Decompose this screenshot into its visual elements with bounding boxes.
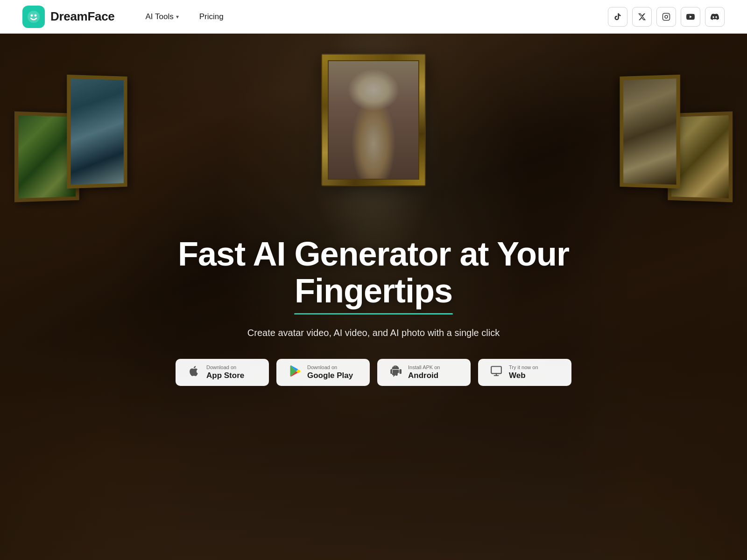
google-play-name: Google Play xyxy=(307,371,353,380)
google-play-text: Download on Google Play xyxy=(307,364,353,380)
hero-subtitle: Create avatar video, AI video, and AI ph… xyxy=(247,328,500,338)
x-icon xyxy=(638,13,646,21)
svg-rect-6 xyxy=(491,366,501,373)
monitor-icon xyxy=(489,365,503,380)
instagram-button[interactable] xyxy=(656,7,676,27)
apple-icon xyxy=(187,365,201,380)
tiktok-button[interactable] xyxy=(608,7,627,27)
svg-point-5 xyxy=(668,14,669,15)
svg-point-2 xyxy=(35,14,37,16)
nav-item-pricing[interactable]: Pricing xyxy=(191,8,232,25)
app-store-label: Download on xyxy=(206,364,236,371)
android-label: Install APK on xyxy=(408,364,440,371)
google-play-icon xyxy=(288,365,302,380)
svg-rect-3 xyxy=(663,13,670,20)
discord-icon xyxy=(711,13,719,21)
web-name: Web xyxy=(509,371,526,380)
logo-svg xyxy=(26,9,41,24)
android-name: Android xyxy=(408,371,438,380)
hero-section: Fast AI Generator at Your Fingertips Cre… xyxy=(0,34,747,560)
discord-button[interactable] xyxy=(705,7,725,27)
logo-icon xyxy=(22,6,45,28)
navbar: DreamFace AI Tools ▾ Pricing xyxy=(0,0,747,34)
android-button[interactable]: Install APK on Android xyxy=(377,359,471,386)
app-store-text: Download on App Store xyxy=(206,364,244,380)
twitter-x-button[interactable] xyxy=(632,7,652,27)
nav-item-ai-tools[interactable]: AI Tools ▾ xyxy=(137,8,187,25)
logo-text: DreamFace xyxy=(50,9,115,24)
google-play-label: Download on xyxy=(307,364,337,371)
android-text: Install APK on Android xyxy=(408,364,440,380)
svg-point-1 xyxy=(31,14,33,16)
hero-content: Fast AI Generator at Your Fingertips Cre… xyxy=(163,236,584,386)
youtube-button[interactable] xyxy=(681,7,700,27)
nav-item-ai-tools-label: AI Tools xyxy=(146,12,174,21)
web-button[interactable]: Try it now on Web xyxy=(478,359,571,386)
android-icon xyxy=(388,365,402,380)
web-text: Try it now on Web xyxy=(509,364,538,380)
youtube-icon xyxy=(686,13,695,21)
hero-title: Fast AI Generator at Your Fingertips xyxy=(163,236,584,309)
chevron-down-icon: ▾ xyxy=(176,14,179,20)
nav-links: AI Tools ▾ Pricing xyxy=(137,8,608,25)
hero-title-underline xyxy=(294,313,453,315)
hero-cta-buttons: Download on App Store Download on Goog xyxy=(176,359,571,386)
logo[interactable]: DreamFace xyxy=(22,6,115,28)
svg-point-0 xyxy=(28,11,40,23)
tiktok-icon xyxy=(613,13,622,21)
instagram-icon xyxy=(662,13,670,21)
web-label: Try it now on xyxy=(509,364,538,371)
app-store-name: App Store xyxy=(206,371,244,380)
nav-item-pricing-label: Pricing xyxy=(199,12,224,21)
app-store-button[interactable]: Download on App Store xyxy=(176,359,269,386)
social-links xyxy=(608,7,725,27)
google-play-button[interactable]: Download on Google Play xyxy=(276,359,370,386)
svg-point-4 xyxy=(665,15,668,18)
